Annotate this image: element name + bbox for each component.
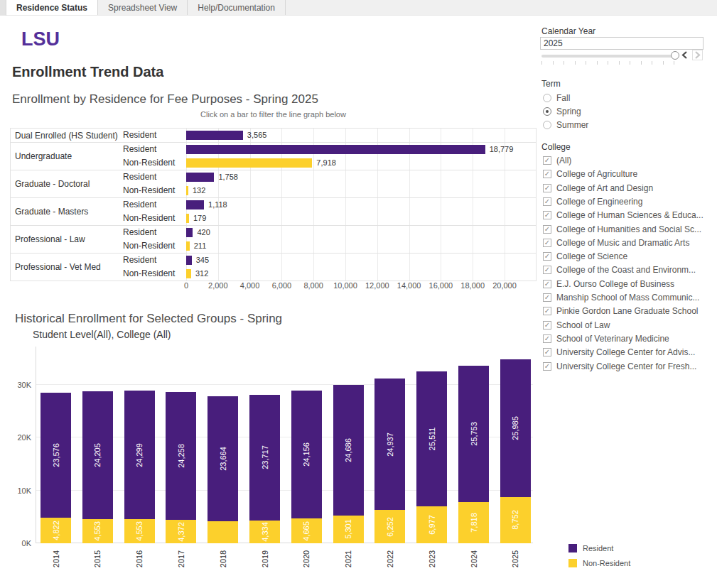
college-option-pinkie-gordon-lane-graduate-school[interactable]: ✓Pinkie Gordon Lane Graduate School: [543, 305, 698, 317]
college-option-e-j-ourso-college-of-business[interactable]: ✓E.J. Ourso College of Business: [543, 278, 674, 290]
calendar-year-slider-track[interactable]: [541, 55, 674, 58]
tab-residence-status[interactable]: Residence Status: [6, 0, 98, 15]
x-axis-label: 2020: [302, 550, 311, 567]
checkbox-icon[interactable]: ✓: [543, 293, 551, 302]
checkbox-icon[interactable]: ✓: [543, 280, 551, 288]
checkbox-icon[interactable]: ✓: [543, 348, 551, 356]
segment-value-label: 24,156: [302, 442, 311, 467]
segment-value-label: 8,752: [511, 511, 519, 530]
category-label: Graduate - Masters: [11, 198, 123, 225]
slider-next-button[interactable]: [692, 50, 703, 60]
bar-resident[interactable]: [186, 200, 204, 209]
gridline: [505, 226, 505, 239]
residence-chart-x-axis: 02,0004,0006,0008,00010,00012,00014,0001…: [186, 281, 537, 293]
gridline: [505, 239, 505, 253]
gridline: [505, 184, 505, 197]
gridline: [441, 170, 441, 184]
checkbox-icon[interactable]: ✓: [543, 334, 551, 343]
checkbox-icon[interactable]: ✓: [543, 197, 551, 206]
legend-swatch: [568, 559, 577, 567]
term-option-spring[interactable]: Spring: [543, 106, 581, 117]
category-group-professional-vet-med: Professional - Vet MedResident345Non-Res…: [11, 254, 536, 281]
gridline: [218, 212, 219, 225]
category-rows: Resident1,118Non-Resident179: [123, 198, 536, 225]
checkbox-icon[interactable]: ✓: [543, 211, 551, 219]
checkbox-icon[interactable]: ✓: [543, 239, 551, 247]
slider-prev-button[interactable]: [679, 50, 690, 60]
bar-resident[interactable]: [186, 256, 192, 265]
bar-resident[interactable]: [186, 131, 243, 140]
gridline: [473, 254, 473, 267]
checkbox-icon[interactable]: ✓: [543, 252, 551, 261]
calendar-year-slider-handle[interactable]: [671, 51, 679, 60]
radio-button-icon[interactable]: [543, 121, 551, 129]
slider-tick: [630, 61, 630, 65]
college-option-university-college-center-for-advis[interactable]: ✓University College Center for Advis...: [543, 347, 695, 358]
college-option-college-of-engineering[interactable]: ✓College of Engineering: [543, 196, 642, 207]
x-axis-label: 2016: [135, 550, 144, 567]
bar-plot-area: 420: [186, 226, 536, 239]
segment-value-label: 4,553: [135, 521, 144, 541]
bar-plot-area: 345: [186, 254, 536, 267]
college-option-college-of-art-and-design[interactable]: ✓College of Art and Design: [543, 183, 653, 194]
college-option-manship-school-of-mass-communic[interactable]: ✓Manship School of Mass Communic...: [543, 292, 699, 303]
checkbox-icon[interactable]: ✓: [543, 362, 551, 371]
college-option-college-of-agriculture[interactable]: ✓College of Agriculture: [543, 168, 637, 180]
chevron-left-icon: [681, 51, 688, 59]
bar-non-resident[interactable]: [186, 158, 312, 168]
gridline: [505, 198, 505, 212]
calendar-year-label: Calendar Year: [541, 26, 595, 36]
checkbox-icon[interactable]: ✓: [543, 156, 551, 165]
college-option-college-of-science[interactable]: ✓College of Science: [543, 251, 627, 262]
table-row: Resident1,118: [123, 198, 536, 212]
college-option-college-of-music-and-dramatic-arts[interactable]: ✓College of Music and Dramatic Arts: [543, 237, 689, 249]
gridline: [441, 212, 441, 225]
college-option-label: College of Science: [556, 251, 627, 261]
legend-label: Non-Resident: [583, 559, 630, 567]
college-option-college-of-humanities-and-social-sc[interactable]: ✓College of Humanities and Social Sc...: [543, 224, 701, 235]
gridline: [250, 212, 251, 225]
bar-non-resident[interactable]: [186, 269, 191, 278]
gridline: [409, 184, 410, 197]
bar-resident[interactable]: [186, 145, 485, 154]
category-label: Dual Enrolled (HS Student): [11, 129, 123, 142]
stack-segment-non-resident[interactable]: [207, 521, 238, 543]
checkbox-icon[interactable]: ✓: [543, 266, 551, 274]
term-option-summer[interactable]: Summer: [543, 119, 588, 131]
college-option-all[interactable]: ✓(All): [543, 155, 571, 166]
term-option-fall[interactable]: Fall: [543, 92, 570, 104]
checkbox-icon[interactable]: ✓: [543, 225, 551, 234]
legend-item-non-resident[interactable]: Non-Resident: [568, 555, 630, 570]
tab-help-documentation[interactable]: Help/Documentation: [188, 0, 286, 15]
bar-resident[interactable]: [186, 228, 193, 237]
bar-non-resident[interactable]: [186, 241, 190, 251]
college-option-school-of-law[interactable]: ✓School of Law: [543, 320, 610, 331]
bar-non-resident[interactable]: [186, 214, 189, 223]
tab-spreadsheet-view[interactable]: Spreadsheet View: [98, 0, 188, 15]
category-rows: Resident18,779Non-Resident7,918: [123, 143, 536, 170]
x-axis-label: 2025: [511, 550, 519, 567]
bar-non-resident[interactable]: [186, 186, 188, 195]
college-option-university-college-center-for-fresh[interactable]: ✓University College Center for Fresh...: [543, 361, 696, 372]
y-axis-tick-label: 10K: [4, 486, 31, 495]
bar-resident[interactable]: [186, 173, 214, 182]
college-option-college-of-the-coast-and-environm[interactable]: ✓College of the Coast and Environm...: [543, 264, 696, 276]
checkbox-icon[interactable]: ✓: [543, 170, 551, 178]
checkbox-icon[interactable]: ✓: [543, 307, 551, 315]
enrollment-dashboard: Residence StatusSpreadsheet ViewHelp/Doc…: [0, 0, 717, 588]
college-option-college-of-human-sciences-educa[interactable]: ✓College of Human Sciences & Educa...: [543, 209, 703, 221]
chart-legend: ResidentNon-Resident: [568, 540, 630, 570]
residence-label: Non-Resident: [123, 184, 186, 197]
gridline: [345, 254, 346, 267]
x-axis-tick-label: 18,000: [460, 281, 485, 290]
checkbox-icon[interactable]: ✓: [543, 321, 551, 330]
radio-button-icon[interactable]: [543, 107, 551, 116]
legend-item-resident[interactable]: Resident: [568, 540, 630, 555]
gridline: [313, 156, 314, 170]
term-option-label: Fall: [556, 93, 570, 103]
radio-button-icon[interactable]: [543, 94, 551, 102]
college-option-school-of-veterinary-medicine[interactable]: ✓School of Veterinary Medicine: [543, 333, 669, 344]
checkbox-icon[interactable]: ✓: [543, 184, 551, 192]
calendar-year-input[interactable]: [540, 37, 703, 50]
slider-tick: [641, 61, 642, 65]
